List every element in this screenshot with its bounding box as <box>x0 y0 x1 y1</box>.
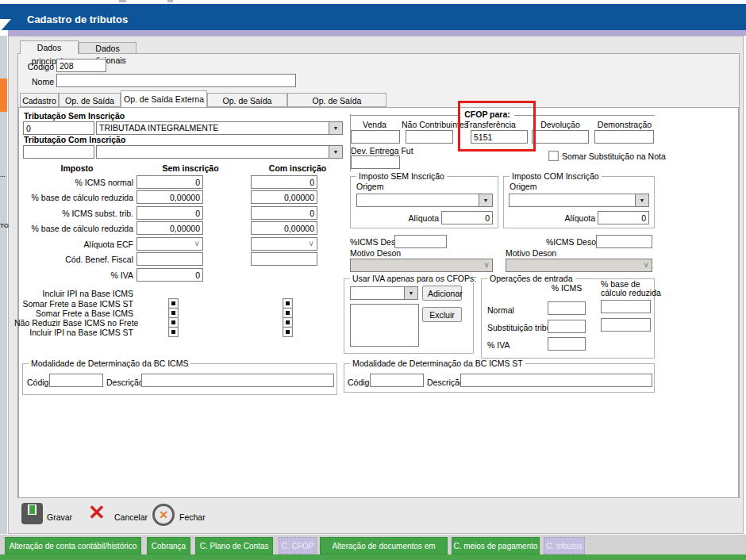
somar-substituicao-checkbox[interactable] <box>548 151 559 161</box>
dropdown-arrow-icon[interactable]: ▼ <box>404 287 417 299</box>
annotation-highlight-box <box>458 101 536 152</box>
dropdown-arrow-icon[interactable]: ▼ <box>635 194 648 206</box>
tab-dados-principais[interactable]: Dados principais <box>20 40 79 54</box>
col-header-sem-inscricao: Sem inscrição <box>143 163 238 174</box>
motivo-deson-com-combobox[interactable]: ˅ <box>506 259 652 272</box>
row-label: % ICMS normal <box>22 178 133 188</box>
cfop-col-label: Venda <box>351 120 398 130</box>
somar-substituicao-label: Somar Substituição na Nota <box>562 152 666 162</box>
tributacao-sem-combobox[interactable]: TRIBUTADA INTEGRALMENTE ▼ <box>96 121 343 135</box>
taskbar-alteracao-conta-button[interactable]: Alteração de conta contábil/histórico <box>5 537 141 554</box>
adicionar-button[interactable]: Adicionar <box>422 286 462 301</box>
motivo-deson-label: Motivo Deson <box>350 248 401 259</box>
iva-sem-input[interactable] <box>137 268 203 282</box>
subtab-op-saida-excecoes[interactable]: Op. de Saída Exceções <box>207 93 287 107</box>
entrada-iva-input[interactable] <box>548 337 586 351</box>
aliquota-com-input[interactable] <box>598 211 649 224</box>
tributacao-com-combobox[interactable]: ▼ <box>96 145 343 159</box>
entrada-normal-icms-input[interactable] <box>548 301 586 315</box>
aliquota-ecf-sem-combobox[interactable]: ˅ <box>137 237 203 251</box>
dropdown-arrow-icon[interactable]: ▼ <box>479 194 492 206</box>
tributacao-sem-title: Tributação Sem Inscrição <box>24 111 125 121</box>
subtab-op-saida-local[interactable]: Op. de Saída Local <box>59 93 121 107</box>
window-title: Cadastro de tributos <box>27 13 128 25</box>
origem-com-combobox[interactable]: ▼ <box>509 194 649 207</box>
groupbox-title: Imposto COM Inscrição <box>510 171 602 181</box>
excluir-button[interactable]: Excluir <box>422 307 462 322</box>
taskbar-meios-pagamento-button[interactable]: C. meios de pagamento <box>452 537 540 554</box>
cfop-venda-input[interactable] <box>351 130 400 144</box>
dev-entrega-fut-input[interactable] <box>351 155 400 169</box>
cfop-devolucao-input[interactable] <box>532 130 589 144</box>
subtab-op-saida-geral[interactable]: Op. de Saída Geral/Serviços <box>287 93 386 107</box>
dropdown-arrow-icon[interactable]: ▼ <box>329 122 342 134</box>
origem-sem-combobox[interactable]: ▼ <box>356 194 493 207</box>
icms-deson-sem-input[interactable] <box>394 235 447 248</box>
gravar-button[interactable]: Gravar <box>47 512 72 523</box>
aliquota-ecf-com-combobox[interactable]: ˅ <box>251 237 317 251</box>
groupbox-title: Imposto SEM Inscrição <box>356 171 447 181</box>
modalidade-bc-st-codigo-input[interactable] <box>370 374 424 387</box>
subtab-label: Op. de Saída Externa <box>124 94 204 104</box>
nome-input[interactable] <box>56 74 296 87</box>
base-reduzida-com-input[interactable] <box>251 190 317 204</box>
entrada-subst-icms-input[interactable] <box>548 320 586 333</box>
background-sidebar-orange-block <box>0 79 7 112</box>
aliquota-label: Alíquota <box>398 213 439 224</box>
red-x-icon[interactable]: ✕ <box>88 501 106 524</box>
cod-benef-fiscal-com-input[interactable] <box>251 252 317 266</box>
icms-deson-com-input[interactable] <box>596 235 652 248</box>
codigo-input[interactable] <box>56 59 106 72</box>
cfop-col-label: Demonstração <box>594 120 655 130</box>
col-header-com-inscricao: Com inscrição <box>250 163 345 174</box>
taskbar-plano-contas-button[interactable]: C. Plano de Contas <box>195 537 273 554</box>
incluir-ipi-st-sem-checkbox[interactable] <box>168 327 179 337</box>
subtab-op-saida-externa[interactable]: Op. de Saída Externa <box>121 90 207 107</box>
entrada-subst-reduzida-input[interactable] <box>601 318 651 332</box>
origem-com-selected <box>510 194 635 206</box>
modalidade-bc-codigo-input[interactable] <box>49 374 103 387</box>
taskbar-cobranca-button[interactable]: Cobrança <box>147 537 190 554</box>
modalidade-bc-st-descricao-input[interactable] <box>460 374 652 387</box>
floppy-disk-icon[interactable] <box>21 503 43 524</box>
entrada-normal-reduzida-input[interactable] <box>601 300 651 313</box>
tributacao-com-code-input[interactable] <box>23 145 94 159</box>
taskbar-cfop-button[interactable]: C. CFOP <box>279 537 317 554</box>
incluir-ipi-st-com-checkbox[interactable] <box>283 327 293 337</box>
usar-iva-combobox[interactable]: ▼ <box>350 286 418 300</box>
tributacao-sem-selected: TRIBUTADA INTEGRALMENTE <box>97 122 329 134</box>
subtab-cadastro[interactable]: Cadastro <box>20 93 59 107</box>
groupbox-title: Modalidade de Determinação da BC ICMS ST <box>350 359 525 368</box>
fechar-button[interactable]: Fechar <box>179 512 206 523</box>
origem-label: Origem <box>356 182 383 192</box>
icms-normal-com-input[interactable] <box>251 175 317 189</box>
row-label: % base de cálculo reduzida <box>22 193 133 203</box>
x-glyph: ✕ <box>159 508 168 521</box>
icms-subst-com-input[interactable] <box>251 206 317 220</box>
aliquota-sem-input[interactable] <box>441 211 493 224</box>
taskbar-tributos-button[interactable]: C. tributos <box>544 537 585 554</box>
base-reduzida-sem-input[interactable] <box>137 190 203 204</box>
base-reduzida-st-sem-input[interactable] <box>137 221 203 235</box>
tab-dados-adicionais[interactable]: Dados adicionais <box>79 42 137 54</box>
icms-normal-sem-input[interactable] <box>137 175 203 189</box>
motivo-deson-sem-combobox[interactable]: ˅ <box>350 259 493 272</box>
tributacao-sem-code-input[interactable] <box>23 121 94 135</box>
usar-iva-listbox[interactable] <box>350 304 419 347</box>
row-label: % IVA <box>22 270 133 281</box>
cod-benef-fiscal-sem-input[interactable] <box>137 252 203 266</box>
cfop-col-label: Devolução <box>533 120 588 130</box>
circle-orange-x-icon[interactable]: ✕ <box>152 504 175 526</box>
check-label: Incluir IPI na Base ICMS ST <box>14 328 133 338</box>
cfop-demonstracao-input[interactable] <box>594 130 654 144</box>
modalidade-bc-descricao-input[interactable] <box>141 374 334 387</box>
base-reduzida-st-com-input[interactable] <box>251 221 317 235</box>
taskbar-documentos-aberto-button[interactable]: Alteração de documentos em aberto <box>320 537 448 554</box>
window-titlebar: Cadastro de tributos <box>0 4 746 30</box>
cancelar-button[interactable]: Cancelar <box>114 512 148 523</box>
icms-subst-sem-input[interactable] <box>137 206 203 220</box>
dropdown-arrow-icon[interactable]: ▼ <box>329 146 342 158</box>
cfop-nao-contribuintes-input[interactable] <box>406 130 453 144</box>
groupbox-title: Usar IVA apenas para os CFOPs: <box>350 274 479 283</box>
tributacao-com-selected <box>97 146 329 158</box>
